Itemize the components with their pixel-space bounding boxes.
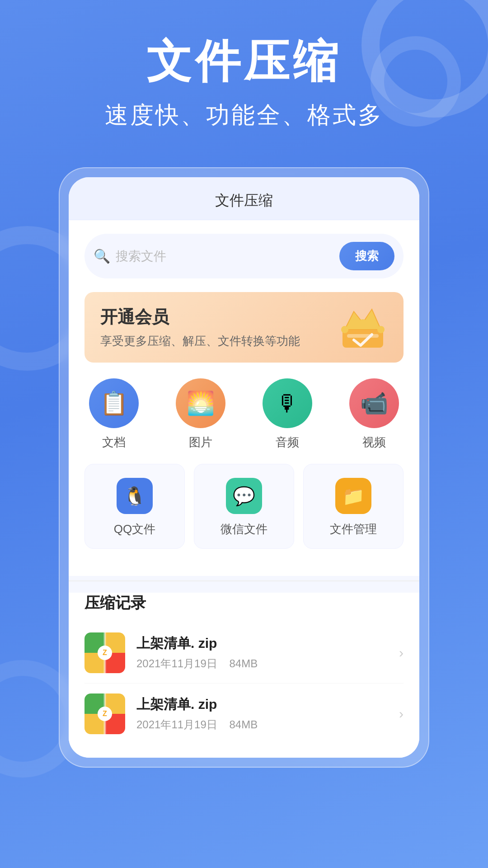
quick-label-wechat: 微信文件 [221, 521, 267, 537]
search-placeholder: 搜索文件 [116, 248, 334, 265]
section-divider [69, 580, 419, 581]
header-section: 文件压缩 速度快、功能全、格式多 [0, 0, 488, 149]
svg-point-4 [377, 326, 385, 333]
vip-banner[interactable]: 开通会员 享受更多压缩、解压、文件转换等功能 [84, 292, 404, 363]
category-item-audio[interactable]: 🎙 音频 [263, 378, 312, 450]
qq-icon: 🐧 [117, 478, 153, 514]
zip-icon-2: Z [84, 693, 125, 734]
search-icon: 🔍 [94, 248, 110, 264]
category-row: 📋 文档 🌅 图片 🎙 音频 [84, 378, 404, 450]
record-item-2[interactable]: Z 上架清单. zip 2021年11月19日 84MB › [84, 684, 404, 744]
svg-point-2 [341, 326, 348, 333]
quick-item-wechat[interactable]: 💬 微信文件 [194, 464, 294, 549]
record-info-2: 上架清单. zip 2021年11月19日 84MB [136, 695, 399, 732]
search-bar: 🔍 搜索文件 搜索 [84, 234, 404, 278]
svg-point-3 [359, 319, 366, 326]
vip-crown-icon [336, 300, 390, 354]
category-item-doc[interactable]: 📋 文档 [89, 378, 139, 450]
record-meta-1: 2021年11月19日 84MB [136, 656, 399, 671]
quick-label-qq: QQ文件 [114, 521, 155, 537]
category-icon-img: 🌅 [176, 378, 225, 428]
category-item-img[interactable]: 🌅 图片 [176, 378, 225, 450]
quick-item-qq[interactable]: 🐧 QQ文件 [84, 464, 185, 549]
record-date-1: 2021年11月19日 [136, 657, 217, 670]
record-size-2: 84MB [229, 718, 258, 731]
phone-topbar-title: 文件压缩 [215, 192, 273, 208]
search-button[interactable]: 搜索 [339, 242, 394, 270]
zip-icon-1: Z [84, 632, 125, 673]
quick-item-files[interactable]: 📁 文件管理 [303, 464, 404, 549]
records-title: 压缩记录 [84, 593, 404, 613]
category-item-video[interactable]: 📹 视频 [349, 378, 399, 450]
quick-access-grid: 🐧 QQ文件 💬 微信文件 📁 文件管理 [84, 464, 404, 549]
wechat-icon: 💬 [226, 478, 262, 514]
main-title: 文件压缩 [27, 36, 461, 86]
records-section: 压缩记录 Z 上架清单. zip 2021年11月19日 84MB [69, 593, 419, 758]
file-manager-icon: 📁 [335, 478, 371, 514]
phone-inner: 文件压缩 🔍 搜索文件 搜索 开通会员 享受更多压缩、解压、文件转换等功能 [69, 177, 419, 758]
category-icon-video: 📹 [349, 378, 399, 428]
phone-mockup: 文件压缩 🔍 搜索文件 搜索 开通会员 享受更多压缩、解压、文件转换等功能 [59, 167, 429, 768]
sub-title: 速度快、功能全、格式多 [27, 99, 461, 131]
quick-label-files: 文件管理 [330, 521, 377, 537]
record-name-2: 上架清单. zip [136, 695, 399, 714]
category-label-img: 图片 [189, 434, 212, 450]
record-meta-2: 2021年11月19日 84MB [136, 717, 399, 732]
category-label-audio: 音频 [276, 434, 299, 450]
phone-topbar: 文件压缩 [69, 177, 419, 220]
record-info-1: 上架清单. zip 2021年11月19日 84MB [136, 634, 399, 671]
phone-content: 🔍 搜索文件 搜索 开通会员 享受更多压缩、解压、文件转换等功能 [69, 220, 419, 576]
category-icon-doc: 📋 [89, 378, 139, 428]
chevron-right-icon-1: › [399, 645, 404, 660]
record-date-2: 2021年11月19日 [136, 718, 217, 731]
record-size-1: 84MB [229, 657, 258, 670]
category-label-doc: 文档 [102, 434, 126, 450]
category-label-video: 视频 [362, 434, 386, 450]
category-icon-audio: 🎙 [263, 378, 312, 428]
record-item-1[interactable]: Z 上架清单. zip 2021年11月19日 84MB › [84, 623, 404, 684]
svg-rect-5 [347, 334, 379, 338]
chevron-right-icon-2: › [399, 706, 404, 722]
record-name-1: 上架清单. zip [136, 634, 399, 653]
